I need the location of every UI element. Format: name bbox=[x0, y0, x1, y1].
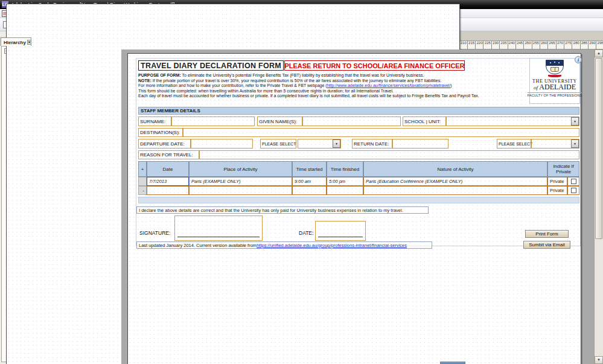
travel-type-dropdown-2[interactable]: ▼ bbox=[531, 139, 579, 148]
nature-cell[interactable]: Paris (Education Conference (EXAMPLE ONL… bbox=[363, 177, 547, 186]
application-window: LC Adobe LiveCycle Designer - [New Trave… bbox=[0, 0, 603, 364]
purpose-text: To eliminate the University's potential … bbox=[181, 73, 424, 77]
col-header-time-finished[interactable]: Time finished bbox=[327, 161, 363, 177]
completed-text: This form should be completed: when trav… bbox=[138, 89, 529, 94]
signature-field[interactable] bbox=[174, 216, 263, 241]
ruler-tick: 275 bbox=[564, 41, 572, 49]
private-checkbox[interactable] bbox=[571, 188, 576, 193]
time-finished-cell[interactable]: 5:00 pm bbox=[327, 177, 363, 186]
place-cell[interactable] bbox=[189, 186, 292, 195]
chevron-down-icon[interactable]: ▼ bbox=[571, 139, 579, 148]
ruler-tick: 290 bbox=[589, 41, 596, 49]
col-header-private[interactable]: Indicate if Private bbox=[547, 161, 579, 177]
add-row-button[interactable]: + bbox=[138, 161, 147, 177]
destination-field[interactable] bbox=[183, 128, 579, 137]
date-field[interactable] bbox=[315, 221, 366, 241]
travel-table: + Date Place of Activity Time started Ti… bbox=[138, 161, 579, 195]
ruler-tick: 215 bbox=[468, 41, 476, 49]
departure-date-field[interactable] bbox=[191, 139, 253, 148]
logo-line3: FACULTY OF THE PROFESSIONS bbox=[528, 92, 582, 97]
nature-cell[interactable] bbox=[363, 186, 547, 195]
ruler-tick: 210 bbox=[459, 41, 467, 49]
submit-via-email-button[interactable]: Sumbit via Email bbox=[523, 241, 570, 249]
col-header-time-started[interactable]: Time started bbox=[292, 161, 327, 177]
chevron-down-icon[interactable]: ▼ bbox=[333, 139, 340, 148]
school-unit-field[interactable]: ▼ bbox=[446, 117, 579, 126]
return-date-field[interactable] bbox=[392, 139, 448, 148]
time-started-cell[interactable]: 9:00 am bbox=[292, 177, 327, 186]
private-checkbox-cell bbox=[567, 186, 579, 195]
date-cell[interactable]: 7/7/2013 bbox=[147, 177, 189, 186]
vertical-scrollbar[interactable]: ▲ ▼ bbox=[594, 49, 603, 364]
chevron-down-icon[interactable]: ▼ bbox=[571, 117, 579, 126]
travel-type-label-1: PLEASE SELECT bbox=[260, 139, 296, 148]
travel-type-label-2: PLEASE SELECT bbox=[497, 139, 531, 148]
reason-field[interactable] bbox=[199, 150, 579, 159]
destination-label: DESTINATION(S): bbox=[138, 128, 183, 137]
horizontal-scrollbar-thumb[interactable] bbox=[440, 362, 465, 364]
surname-label: SURNAME: bbox=[138, 117, 171, 126]
travel-type-dropdown-1[interactable]: ▼ bbox=[298, 139, 341, 148]
col-header-date[interactable]: Date bbox=[147, 161, 189, 177]
panel-tab-label: Hierarchy bbox=[4, 40, 26, 45]
given-names-label: GIVEN NAME(S): bbox=[257, 117, 302, 126]
private-label: Private bbox=[547, 186, 567, 195]
scroll-up-icon[interactable]: ▲ bbox=[595, 49, 603, 57]
school-unit-label: SCHOOL | UNIT: bbox=[403, 117, 446, 126]
scroll-down-icon[interactable]: ▼ bbox=[595, 356, 603, 364]
private-label: Private bbox=[547, 177, 567, 186]
ruler-tick: 285 bbox=[581, 41, 589, 49]
time-finished-cell[interactable] bbox=[327, 186, 363, 195]
surname-field[interactable] bbox=[171, 117, 255, 126]
return-date-label: RETURN DATE: bbox=[352, 139, 392, 148]
ruler-tick: 220 bbox=[476, 41, 483, 49]
row-handle[interactable] bbox=[138, 177, 147, 186]
hidden-section-band bbox=[138, 197, 579, 203]
return-notice[interactable]: PLEASE RETURN TO SCHOOL/AREA FINANCE OFF… bbox=[284, 60, 465, 71]
time-started-cell[interactable] bbox=[292, 186, 327, 195]
reason-label: REASON FOR TRAVEL: bbox=[138, 150, 199, 159]
signature-line bbox=[177, 237, 260, 237]
note-label: NOTE: bbox=[138, 78, 152, 83]
ruler-tick: 250 bbox=[524, 41, 532, 49]
purpose-block[interactable]: PURPOSE OF FORM: To eliminate the Univer… bbox=[138, 73, 529, 99]
tab-design-view[interactable]: Design View bbox=[115, 31, 153, 40]
declaration-text[interactable]: I declare the above details are correct … bbox=[136, 206, 429, 214]
ruler-tick: 260 bbox=[540, 41, 548, 49]
print-form-button[interactable]: Print Form bbox=[525, 230, 569, 238]
place-cell[interactable]: Paris (EXAMPLE ONLY) bbox=[189, 177, 292, 186]
ruler-tick: 270 bbox=[557, 41, 564, 49]
private-checkbox-cell bbox=[567, 177, 579, 186]
private-checkbox[interactable] bbox=[571, 179, 576, 184]
ruler-tick: 225 bbox=[483, 41, 491, 49]
given-names-field[interactable] bbox=[302, 117, 401, 126]
col-header-nature[interactable]: Nature of Activity bbox=[363, 161, 547, 177]
remove-row-button[interactable]: - bbox=[138, 186, 147, 195]
fbt-webpage-link[interactable]: http://www.adelaide.edu.au/finance/servi… bbox=[327, 83, 451, 88]
form-page[interactable]: TRAVEL DIARY DECLARATION FORM PLEASE RET… bbox=[127, 53, 581, 364]
info-icon[interactable]: i bbox=[575, 56, 582, 63]
logo-line2: ADELAIDE bbox=[539, 83, 576, 91]
departure-date-label: DEPARTURE DATE: bbox=[138, 139, 191, 148]
staff-details-header[interactable]: STAFF MEMBER DETAILS bbox=[138, 107, 579, 115]
document-tab-bar: Design ViewMaster Pages✕XML Source✕Previ… bbox=[113, 31, 603, 41]
ruler-tick: 240 bbox=[508, 41, 516, 49]
footer-text: Last updated January 2014. Current versi… bbox=[139, 243, 257, 248]
vertical-scrollbar-thumb[interactable] bbox=[595, 58, 602, 239]
panel-tab-hierarchy[interactable]: Hierarchy✕ bbox=[1, 37, 31, 46]
date-cell[interactable] bbox=[147, 186, 189, 195]
date-line bbox=[318, 237, 363, 237]
form-title[interactable]: TRAVEL DIARY DECLARATION FORM bbox=[138, 60, 284, 71]
ruler-tick: 280 bbox=[572, 41, 580, 49]
ruler-tick: 245 bbox=[516, 41, 524, 49]
note-text: If the private portion of your travel is… bbox=[152, 78, 441, 83]
date-label: DATE: bbox=[298, 230, 313, 236]
footer-link[interactable]: https://unified.adelaide.edu.au/group/pr… bbox=[257, 243, 407, 248]
col-header-place[interactable]: Place of Activity bbox=[189, 161, 292, 177]
footer-note[interactable]: Last updated January 2014. Current versi… bbox=[136, 241, 432, 249]
ruler-tick: 235 bbox=[500, 41, 508, 49]
university-logo: THE UNIVERSITY of ADELAIDE FACULTY OF TH… bbox=[529, 58, 580, 104]
ruler-tick: 265 bbox=[548, 41, 556, 49]
university-crest-icon bbox=[544, 60, 565, 78]
close-icon[interactable]: ✕ bbox=[27, 40, 31, 45]
